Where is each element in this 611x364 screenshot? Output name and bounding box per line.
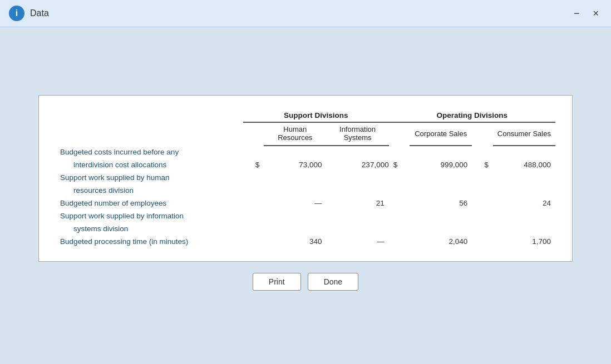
table-row: Budgeted costs incurred before any — [56, 146, 555, 158]
r8-is-val: — — [326, 235, 388, 248]
r2-con-val: 488,000 — [493, 158, 555, 171]
row-label-6: Support work supplied by information — [56, 210, 243, 222]
done-button[interactable]: Done — [308, 273, 358, 291]
table-row: Support work supplied by human — [56, 171, 555, 184]
r3-cs-dollar — [389, 171, 410, 184]
information-systems-header: Information Systems — [326, 122, 388, 146]
r5-hr-dollar — [243, 197, 264, 210]
r7-cs-val — [410, 222, 472, 235]
table-row: interdivision cost allocations $ 73,000 … — [56, 158, 555, 171]
print-button[interactable]: Print — [253, 273, 301, 291]
row-label-3: Support work supplied by human — [56, 171, 243, 184]
r5-cs-val: 56 — [410, 197, 472, 210]
corporate-sales-header: Corporate Sales — [410, 122, 472, 146]
table-row: systems division — [56, 222, 555, 235]
hr-dollar-header — [243, 122, 264, 146]
operating-divisions-header: Operating Divisions — [389, 109, 555, 122]
consumer-sales-header: Consumer Sales — [493, 122, 555, 146]
window-title: Data — [30, 8, 49, 18]
r3-is-val — [326, 171, 388, 184]
r6-cs-val — [410, 210, 472, 222]
support-divisions-header: Support Divisions — [243, 109, 389, 122]
r8-cs-val: 2,040 — [410, 235, 472, 248]
r1-hr-dollar — [243, 146, 264, 158]
empty-sub-header — [56, 122, 243, 146]
r3-con-dollar — [472, 171, 492, 184]
r7-cs-dollar — [389, 222, 410, 235]
r5-con-val: 24 — [493, 197, 555, 210]
data-table: Support Divisions Operating Divisions Hu… — [56, 109, 555, 248]
row-label-7: systems division — [56, 222, 243, 235]
table-row: Budgeted processing time (in minutes) 34… — [56, 235, 555, 248]
r8-cs-dollar — [389, 235, 410, 248]
r3-hr-dollar — [243, 171, 264, 184]
r5-cs-dollar — [389, 197, 410, 210]
info-icon: i — [9, 6, 24, 21]
r4-cs-dollar — [389, 184, 410, 197]
r6-is-val — [326, 210, 388, 222]
r6-hr-val — [264, 210, 326, 222]
r4-cs-val — [410, 184, 472, 197]
table-row: Budgeted number of employees — 21 56 24 — [56, 197, 555, 210]
r7-con-dollar — [472, 222, 492, 235]
r1-cs-val — [410, 146, 472, 158]
button-row: Print Done — [253, 262, 358, 296]
r4-hr-dollar — [243, 184, 264, 197]
r8-con-dollar — [472, 235, 492, 248]
r7-hr-dollar — [243, 222, 264, 235]
r3-cs-val — [410, 171, 472, 184]
close-button[interactable]: × — [589, 7, 602, 19]
r8-hr-val: 340 — [264, 235, 326, 248]
r1-con-dollar — [472, 146, 492, 158]
r6-con-dollar — [472, 210, 492, 222]
r4-hr-val — [264, 184, 326, 197]
r6-cs-dollar — [389, 210, 410, 222]
r2-cs-val: 999,000 — [410, 158, 472, 171]
row-label-5: Budgeted number of employees — [56, 197, 243, 210]
row-label-8: Budgeted processing time (in minutes) — [56, 235, 243, 248]
r8-hr-dollar — [243, 235, 264, 248]
cs-dollar-header — [389, 122, 410, 146]
r2-con-dollar: $ — [472, 158, 492, 171]
r4-con-val — [493, 184, 555, 197]
table-row: Support work supplied by information — [56, 210, 555, 222]
row-label-4: resources division — [56, 184, 243, 197]
r6-con-val — [493, 210, 555, 222]
table-container: Support Divisions Operating Divisions Hu… — [38, 95, 573, 262]
r1-cs-dollar — [389, 146, 410, 158]
r7-con-val — [493, 222, 555, 235]
content-area: Support Divisions Operating Divisions Hu… — [0, 27, 611, 364]
r4-is-val — [326, 184, 388, 197]
r4-con-dollar — [472, 184, 492, 197]
r8-con-val: 1,700 — [493, 235, 555, 248]
r5-con-dollar — [472, 197, 492, 210]
r3-hr-val — [264, 171, 326, 184]
r6-hr-dollar — [243, 210, 264, 222]
sub-header-row: Human Resources Information Systems Corp… — [56, 122, 555, 146]
r5-is-val: 21 — [326, 197, 388, 210]
r1-is-val — [326, 146, 388, 158]
title-bar: i Data − × — [0, 0, 611, 27]
human-resources-header: Human Resources — [264, 122, 326, 146]
r7-is-val — [326, 222, 388, 235]
group-header-row: Support Divisions Operating Divisions — [56, 109, 555, 122]
row-label-1: Budgeted costs incurred before any — [56, 146, 243, 158]
r2-cs-dollar: $ — [389, 158, 410, 171]
empty-header — [56, 109, 243, 122]
r2-hr-dollar: $ — [243, 158, 264, 171]
r7-hr-val — [264, 222, 326, 235]
r2-hr-val: 73,000 — [264, 158, 326, 171]
minimize-button[interactable]: − — [570, 7, 583, 19]
r2-is-val: 237,000 — [326, 158, 388, 171]
r5-hr-val: — — [264, 197, 326, 210]
row-label-2: interdivision cost allocations — [56, 158, 243, 171]
title-bar-left: i Data — [9, 6, 49, 21]
r1-con-val — [493, 146, 555, 158]
table-row: resources division — [56, 184, 555, 197]
window-controls: − × — [570, 7, 602, 19]
r3-con-val — [493, 171, 555, 184]
r1-hr-val — [264, 146, 326, 158]
con-dollar-header — [472, 122, 492, 146]
